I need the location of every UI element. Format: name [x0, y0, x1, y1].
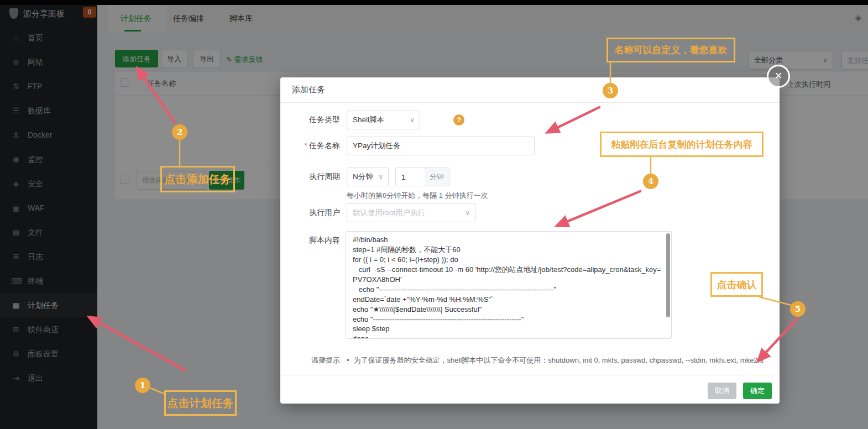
cycle-value-input[interactable] — [395, 168, 425, 186]
cancel-button[interactable]: 取消 — [708, 383, 736, 399]
task-type-select[interactable]: Shell脚本 ∨ — [347, 111, 420, 129]
add-task-modal: 添加任务 任务类型 Shell脚本 ∨ ? *任务名称 执行周期 N分钟 ∨ 分… — [280, 77, 780, 404]
textarea-scrollbar[interactable] — [666, 233, 670, 317]
cycle-hint: 每小时的第0分钟开始，每隔 1 分钟执行一次 — [347, 191, 488, 201]
chevron-down-icon: ∨ — [410, 111, 415, 129]
script-text: #!/bin/bash step=1 #间隔的秒数，不能大于60 for (( … — [346, 232, 671, 339]
page: 源分享面板 0 ⌂首页 ⊕网站 ⇅FTP ☰数据库 ⚓Docker ◉监控 ◈安… — [0, 0, 868, 429]
script-content-textarea[interactable]: #!/bin/bash step=1 #间隔的秒数，不能大于60 for (( … — [346, 231, 672, 339]
exec-user-select[interactable]: 默认使用root用户执行 ∨ — [347, 203, 475, 222]
help-icon[interactable]: ? — [453, 114, 464, 125]
chevron-down-icon: ∨ — [465, 204, 470, 222]
callout-custom-name: 名称可以自定义，看您喜欢 — [606, 38, 735, 62]
cycle-type-select[interactable]: N分钟 ∨ — [347, 168, 389, 186]
step-badge-4: 4 — [643, 174, 658, 189]
callout-click-confirm: 点击确认 — [710, 272, 763, 297]
bullet-icon: • — [347, 356, 349, 364]
exec-user-label: 执行用户 — [291, 208, 340, 218]
cycle-label: 执行周期 — [291, 172, 340, 182]
callout-click-add-task: 点击添加任务 — [160, 166, 235, 192]
step-badge-1: 1 — [135, 378, 150, 393]
modal-title: 添加任务 — [292, 85, 325, 95]
script-content-label: 脚本内容 — [291, 236, 340, 245]
callout-click-cron: 点击计划任务 — [164, 390, 237, 416]
chevron-down-icon: ∨ — [378, 168, 383, 186]
task-name-input[interactable] — [347, 137, 535, 155]
task-type-label: 任务类型 — [291, 115, 340, 125]
close-icon[interactable]: ✕ — [767, 65, 790, 88]
step-badge-2: 2 — [172, 124, 187, 140]
step-badge-5: 5 — [790, 301, 806, 317]
cycle-unit-suffix: 分钟 — [425, 168, 449, 186]
tip-label: 温馨提示 — [291, 355, 340, 365]
confirm-button[interactable]: 确定 — [743, 383, 772, 399]
task-name-label: *任务名称 — [291, 141, 340, 151]
callout-paste-content: 粘贴刚在后台复制的计划任务内容 — [600, 132, 764, 157]
required-asterisk: * — [305, 141, 307, 150]
tip-text: •为了保证服务器的安全稳定，shell脚本中以下命令不可使用：shutdown,… — [347, 355, 767, 365]
step-badge-3: 3 — [603, 83, 618, 98]
